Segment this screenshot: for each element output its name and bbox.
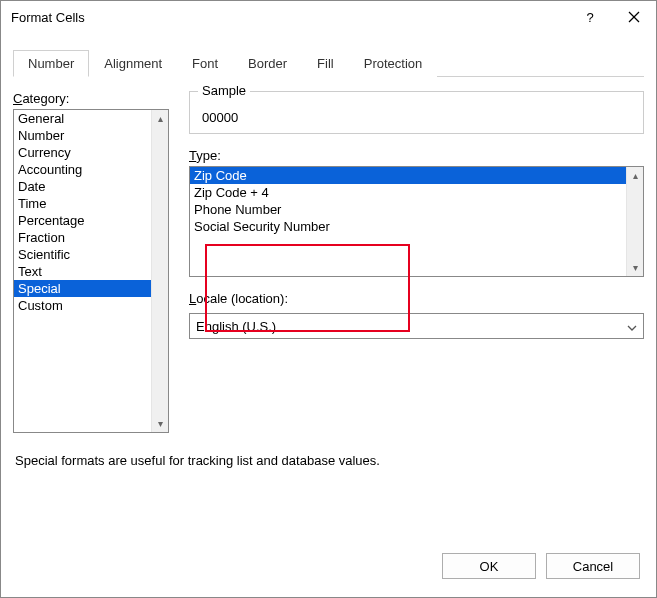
ok-button[interactable]: OK [442,553,536,579]
list-item[interactable]: Scientific [14,246,151,263]
scroll-up-icon[interactable]: ▴ [627,167,644,184]
locale-label: Locale (location): [189,291,644,306]
list-item[interactable]: Fraction [14,229,151,246]
close-icon [628,11,640,23]
scroll-up-icon[interactable]: ▴ [152,110,169,127]
list-item[interactable]: Zip Code + 4 [190,184,626,201]
scroll-down-icon[interactable]: ▾ [627,259,644,276]
list-item[interactable]: Accounting [14,161,151,178]
sample-group: Sample 00000 [189,91,644,134]
list-item[interactable]: General [14,110,151,127]
type-listbox[interactable]: Zip Code Zip Code + 4 Phone Number Socia… [189,166,644,277]
help-button[interactable]: ? [568,1,612,33]
sample-value: 00000 [202,110,633,125]
description-text: Special formats are useful for tracking … [13,433,644,488]
locale-select[interactable]: English (U.S.) [189,313,644,339]
category-column: Category: General Number Currency Accoun… [13,91,169,433]
list-item[interactable]: Number [14,127,151,144]
tab-strip: Number Alignment Font Border Fill Protec… [13,49,644,77]
title-bar: Format Cells ? [1,1,656,33]
scroll-down-icon[interactable]: ▾ [152,415,169,432]
list-item[interactable]: Custom [14,297,151,314]
tab-border[interactable]: Border [233,50,302,77]
list-item[interactable]: Currency [14,144,151,161]
list-item[interactable]: Text [14,263,151,280]
list-item[interactable]: Special [14,280,151,297]
type-listbox-items: Zip Code Zip Code + 4 Phone Number Socia… [190,167,626,276]
category-listbox[interactable]: General Number Currency Accounting Date … [13,109,169,433]
tab-number[interactable]: Number [13,50,89,77]
category-listbox-items: General Number Currency Accounting Date … [14,110,151,432]
list-item[interactable]: Percentage [14,212,151,229]
close-button[interactable] [612,1,656,33]
svg-text:?: ? [586,10,593,24]
cancel-button[interactable]: Cancel [546,553,640,579]
button-bar: OK Cancel [1,539,656,597]
list-item[interactable]: Social Security Number [190,218,626,235]
tab-alignment[interactable]: Alignment [89,50,177,77]
sample-label: Sample [198,83,250,98]
tab-protection[interactable]: Protection [349,50,438,77]
tab-fill[interactable]: Fill [302,50,349,77]
help-icon: ? [585,10,595,24]
list-item[interactable]: Date [14,178,151,195]
tab-body: Category: General Number Currency Accoun… [13,85,644,433]
list-item[interactable]: Time [14,195,151,212]
window-title: Format Cells [11,10,568,25]
tab-font[interactable]: Font [177,50,233,77]
detail-column: Sample 00000 Type: Zip Code Zip Code + 4… [189,91,644,433]
type-label: Type: [189,148,644,163]
list-item[interactable]: Zip Code [190,167,626,184]
chevron-down-icon [627,319,637,334]
dialog-content: Number Alignment Font Border Fill Protec… [1,33,656,539]
locale-value: English (U.S.) [196,319,627,334]
scrollbar[interactable]: ▴ ▾ [626,167,643,276]
category-label: Category: [13,91,169,106]
list-item[interactable]: Phone Number [190,201,626,218]
scrollbar[interactable]: ▴ ▾ [151,110,168,432]
format-cells-dialog: Format Cells ? Number Alignment Font Bor… [0,0,657,598]
